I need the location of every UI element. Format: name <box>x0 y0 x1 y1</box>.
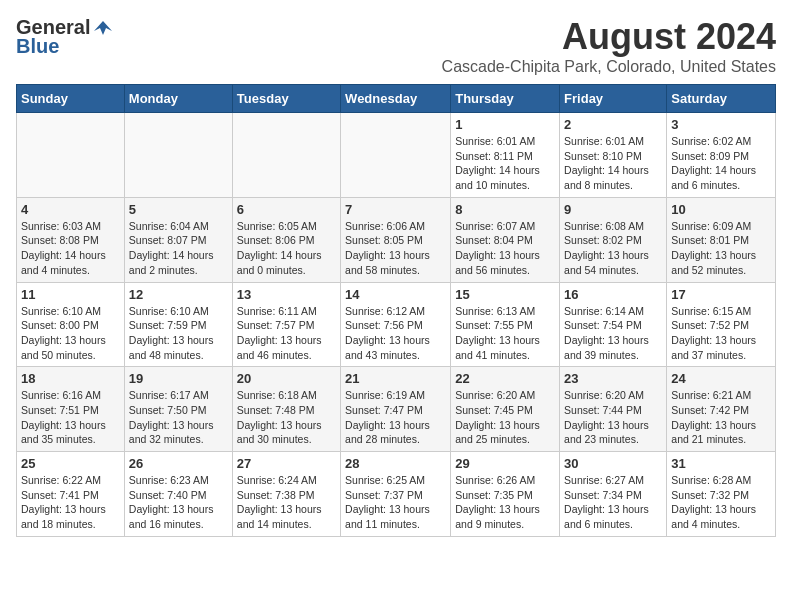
calendar-cell: 26Sunrise: 6:23 AM Sunset: 7:40 PM Dayli… <box>124 452 232 537</box>
calendar-table: SundayMondayTuesdayWednesdayThursdayFrid… <box>16 84 776 537</box>
day-info: Sunrise: 6:19 AM Sunset: 7:47 PM Dayligh… <box>345 388 446 447</box>
day-number: 4 <box>21 202 120 217</box>
calendar-cell: 16Sunrise: 6:14 AM Sunset: 7:54 PM Dayli… <box>560 282 667 367</box>
calendar-cell: 30Sunrise: 6:27 AM Sunset: 7:34 PM Dayli… <box>560 452 667 537</box>
calendar-cell <box>341 113 451 198</box>
day-number: 17 <box>671 287 771 302</box>
calendar-cell: 4Sunrise: 6:03 AM Sunset: 8:08 PM Daylig… <box>17 197 125 282</box>
logo-bird-icon <box>92 17 114 39</box>
calendar-week-row: 25Sunrise: 6:22 AM Sunset: 7:41 PM Dayli… <box>17 452 776 537</box>
day-number: 5 <box>129 202 228 217</box>
day-info: Sunrise: 6:07 AM Sunset: 8:04 PM Dayligh… <box>455 219 555 278</box>
day-info: Sunrise: 6:15 AM Sunset: 7:52 PM Dayligh… <box>671 304 771 363</box>
day-number: 29 <box>455 456 555 471</box>
day-number: 25 <box>21 456 120 471</box>
day-info: Sunrise: 6:11 AM Sunset: 7:57 PM Dayligh… <box>237 304 336 363</box>
day-number: 30 <box>564 456 662 471</box>
day-number: 22 <box>455 371 555 386</box>
weekday-header-tuesday: Tuesday <box>232 85 340 113</box>
calendar-cell: 31Sunrise: 6:28 AM Sunset: 7:32 PM Dayli… <box>667 452 776 537</box>
calendar-cell: 8Sunrise: 6:07 AM Sunset: 8:04 PM Daylig… <box>451 197 560 282</box>
day-info: Sunrise: 6:28 AM Sunset: 7:32 PM Dayligh… <box>671 473 771 532</box>
calendar-cell: 1Sunrise: 6:01 AM Sunset: 8:11 PM Daylig… <box>451 113 560 198</box>
calendar-cell: 18Sunrise: 6:16 AM Sunset: 7:51 PM Dayli… <box>17 367 125 452</box>
weekday-header-saturday: Saturday <box>667 85 776 113</box>
day-info: Sunrise: 6:25 AM Sunset: 7:37 PM Dayligh… <box>345 473 446 532</box>
calendar-cell: 13Sunrise: 6:11 AM Sunset: 7:57 PM Dayli… <box>232 282 340 367</box>
day-info: Sunrise: 6:13 AM Sunset: 7:55 PM Dayligh… <box>455 304 555 363</box>
day-info: Sunrise: 6:06 AM Sunset: 8:05 PM Dayligh… <box>345 219 446 278</box>
weekday-header-friday: Friday <box>560 85 667 113</box>
calendar-cell: 22Sunrise: 6:20 AM Sunset: 7:45 PM Dayli… <box>451 367 560 452</box>
day-number: 18 <box>21 371 120 386</box>
month-year-title: August 2024 <box>442 16 776 58</box>
logo: General Blue <box>16 16 114 58</box>
calendar-cell: 15Sunrise: 6:13 AM Sunset: 7:55 PM Dayli… <box>451 282 560 367</box>
day-number: 26 <box>129 456 228 471</box>
calendar-cell: 24Sunrise: 6:21 AM Sunset: 7:42 PM Dayli… <box>667 367 776 452</box>
day-info: Sunrise: 6:20 AM Sunset: 7:44 PM Dayligh… <box>564 388 662 447</box>
day-info: Sunrise: 6:27 AM Sunset: 7:34 PM Dayligh… <box>564 473 662 532</box>
calendar-cell: 28Sunrise: 6:25 AM Sunset: 7:37 PM Dayli… <box>341 452 451 537</box>
calendar-cell: 3Sunrise: 6:02 AM Sunset: 8:09 PM Daylig… <box>667 113 776 198</box>
calendar-cell: 10Sunrise: 6:09 AM Sunset: 8:01 PM Dayli… <box>667 197 776 282</box>
calendar-cell: 11Sunrise: 6:10 AM Sunset: 8:00 PM Dayli… <box>17 282 125 367</box>
header: General Blue August 2024 Cascade-Chipita… <box>16 16 776 76</box>
calendar-cell: 14Sunrise: 6:12 AM Sunset: 7:56 PM Dayli… <box>341 282 451 367</box>
calendar-week-row: 11Sunrise: 6:10 AM Sunset: 8:00 PM Dayli… <box>17 282 776 367</box>
calendar-cell: 23Sunrise: 6:20 AM Sunset: 7:44 PM Dayli… <box>560 367 667 452</box>
day-number: 8 <box>455 202 555 217</box>
calendar-cell: 9Sunrise: 6:08 AM Sunset: 8:02 PM Daylig… <box>560 197 667 282</box>
day-info: Sunrise: 6:02 AM Sunset: 8:09 PM Dayligh… <box>671 134 771 193</box>
weekday-header-thursday: Thursday <box>451 85 560 113</box>
day-info: Sunrise: 6:12 AM Sunset: 7:56 PM Dayligh… <box>345 304 446 363</box>
day-info: Sunrise: 6:10 AM Sunset: 7:59 PM Dayligh… <box>129 304 228 363</box>
day-number: 28 <box>345 456 446 471</box>
day-number: 21 <box>345 371 446 386</box>
calendar-cell: 17Sunrise: 6:15 AM Sunset: 7:52 PM Dayli… <box>667 282 776 367</box>
day-info: Sunrise: 6:16 AM Sunset: 7:51 PM Dayligh… <box>21 388 120 447</box>
calendar-cell <box>232 113 340 198</box>
day-info: Sunrise: 6:10 AM Sunset: 8:00 PM Dayligh… <box>21 304 120 363</box>
day-number: 1 <box>455 117 555 132</box>
calendar-cell: 6Sunrise: 6:05 AM Sunset: 8:06 PM Daylig… <box>232 197 340 282</box>
calendar-week-row: 18Sunrise: 6:16 AM Sunset: 7:51 PM Dayli… <box>17 367 776 452</box>
day-info: Sunrise: 6:01 AM Sunset: 8:11 PM Dayligh… <box>455 134 555 193</box>
day-info: Sunrise: 6:04 AM Sunset: 8:07 PM Dayligh… <box>129 219 228 278</box>
calendar-cell <box>17 113 125 198</box>
calendar-week-row: 1Sunrise: 6:01 AM Sunset: 8:11 PM Daylig… <box>17 113 776 198</box>
calendar-cell: 27Sunrise: 6:24 AM Sunset: 7:38 PM Dayli… <box>232 452 340 537</box>
calendar-cell: 20Sunrise: 6:18 AM Sunset: 7:48 PM Dayli… <box>232 367 340 452</box>
svg-marker-0 <box>94 21 112 35</box>
day-number: 27 <box>237 456 336 471</box>
day-number: 20 <box>237 371 336 386</box>
day-info: Sunrise: 6:09 AM Sunset: 8:01 PM Dayligh… <box>671 219 771 278</box>
day-info: Sunrise: 6:26 AM Sunset: 7:35 PM Dayligh… <box>455 473 555 532</box>
day-number: 3 <box>671 117 771 132</box>
day-number: 13 <box>237 287 336 302</box>
day-number: 12 <box>129 287 228 302</box>
day-number: 23 <box>564 371 662 386</box>
day-number: 24 <box>671 371 771 386</box>
location-subtitle: Cascade-Chipita Park, Colorado, United S… <box>442 58 776 76</box>
day-number: 19 <box>129 371 228 386</box>
day-info: Sunrise: 6:05 AM Sunset: 8:06 PM Dayligh… <box>237 219 336 278</box>
day-info: Sunrise: 6:21 AM Sunset: 7:42 PM Dayligh… <box>671 388 771 447</box>
calendar-cell: 12Sunrise: 6:10 AM Sunset: 7:59 PM Dayli… <box>124 282 232 367</box>
weekday-header-row: SundayMondayTuesdayWednesdayThursdayFrid… <box>17 85 776 113</box>
day-info: Sunrise: 6:08 AM Sunset: 8:02 PM Dayligh… <box>564 219 662 278</box>
day-number: 14 <box>345 287 446 302</box>
day-number: 9 <box>564 202 662 217</box>
day-info: Sunrise: 6:18 AM Sunset: 7:48 PM Dayligh… <box>237 388 336 447</box>
day-number: 31 <box>671 456 771 471</box>
weekday-header-monday: Monday <box>124 85 232 113</box>
logo-blue-text: Blue <box>16 35 59 58</box>
title-section: August 2024 Cascade-Chipita Park, Colora… <box>442 16 776 76</box>
day-info: Sunrise: 6:14 AM Sunset: 7:54 PM Dayligh… <box>564 304 662 363</box>
calendar-cell: 5Sunrise: 6:04 AM Sunset: 8:07 PM Daylig… <box>124 197 232 282</box>
day-info: Sunrise: 6:23 AM Sunset: 7:40 PM Dayligh… <box>129 473 228 532</box>
calendar-cell: 2Sunrise: 6:01 AM Sunset: 8:10 PM Daylig… <box>560 113 667 198</box>
calendar-cell: 21Sunrise: 6:19 AM Sunset: 7:47 PM Dayli… <box>341 367 451 452</box>
day-info: Sunrise: 6:22 AM Sunset: 7:41 PM Dayligh… <box>21 473 120 532</box>
day-number: 15 <box>455 287 555 302</box>
